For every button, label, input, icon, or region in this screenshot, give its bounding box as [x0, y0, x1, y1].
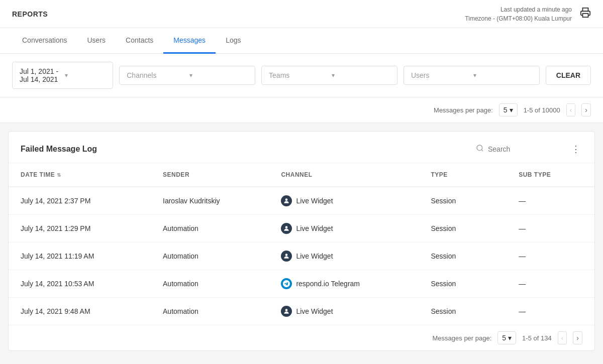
users-filter[interactable]: Users ▾: [404, 66, 540, 85]
table-row: July 14, 2021 11:19 AM Automation Live W…: [9, 242, 594, 270]
cell-type: Session: [419, 215, 507, 242]
more-options-icon[interactable]: ⋮: [569, 142, 582, 157]
svg-line-2: [481, 150, 483, 151]
search-icon: [476, 144, 484, 154]
tab-messages[interactable]: Messages: [163, 28, 216, 54]
col-datetime: DATE TIME ⇅: [9, 163, 151, 187]
cell-type: Session: [419, 298, 507, 325]
channel-icon: [281, 251, 292, 262]
channel-name: Live Widget: [296, 197, 333, 205]
clear-button[interactable]: CLEAR: [546, 66, 591, 85]
users-placeholder: Users: [411, 71, 469, 79]
tab-logs[interactable]: Logs: [216, 28, 251, 54]
svg-rect-0: [583, 14, 588, 17]
cell-type: Session: [419, 242, 507, 270]
tab-contacts[interactable]: Contacts: [116, 28, 163, 54]
app-header: REPORTS Last updated a minute ago Timezo…: [0, 0, 603, 28]
tab-conversations[interactable]: Conversations: [12, 28, 77, 54]
header-meta: Last updated a minute ago Timezone - (GM…: [465, 5, 572, 23]
channel-name: Live Widget: [296, 307, 333, 315]
date-range-filter[interactable]: Jul 1, 2021 - Jul 14, 2021 ▾: [12, 62, 113, 89]
last-updated: Last updated a minute ago: [465, 5, 572, 14]
svg-point-3: [285, 198, 288, 201]
svg-point-1: [477, 145, 482, 151]
datetime-sort-icon[interactable]: ⇅: [57, 172, 61, 178]
top-pagination-bar: Messages per page: 5 ▾ 1-5 of 10000 ‹ ›: [0, 97, 603, 123]
bottom-page-info: 1-5 of 134: [522, 334, 552, 342]
top-next-page-button[interactable]: ›: [581, 103, 591, 116]
cell-sender: Automation: [151, 298, 269, 325]
channel-name: Live Widget: [296, 224, 333, 232]
timezone: Timezone - (GMT+08:00) Kuala Lumpur: [465, 14, 572, 23]
search-box: [476, 144, 563, 154]
bottom-messages-per-page-label: Messages per page:: [433, 334, 492, 342]
cell-channel: Live Widget: [269, 215, 419, 242]
cell-datetime: July 14, 2021 1:29 PM: [9, 215, 151, 242]
col-channel: CHANNEL: [269, 163, 419, 187]
top-per-page-select[interactable]: 5 ▾: [499, 103, 518, 116]
channel-name: respond.io Telegram: [296, 280, 360, 288]
table-row: July 14, 2021 10:53 AM Automation respon…: [9, 270, 594, 298]
cell-subtype: —: [507, 270, 594, 298]
date-range-chevron-icon: ▾: [65, 72, 106, 79]
filters-bar: Jul 1, 2021 - Jul 14, 2021 ▾ Channels ▾ …: [0, 54, 603, 97]
top-messages-per-page-label: Messages per page:: [434, 106, 493, 114]
table-row: July 14, 2021 1:29 PM Automation Live Wi…: [9, 215, 594, 242]
cell-subtype: —: [507, 215, 594, 242]
header-right: Last updated a minute ago Timezone - (GM…: [465, 5, 591, 23]
failed-messages-table: DATE TIME ⇅ SENDER CHANNEL TYPE SUB TYPE…: [9, 163, 594, 325]
svg-point-5: [285, 254, 288, 256]
bottom-pagination-bar: Messages per page: 5 ▾ 1-5 of 134 ‹ ›: [9, 325, 594, 350]
channels-filter[interactable]: Channels ▾: [119, 66, 255, 85]
svg-point-6: [285, 309, 288, 311]
cell-sender: Automation: [151, 270, 269, 298]
table-row: July 14, 2021 9:48 AM Automation Live Wi…: [9, 298, 594, 325]
cell-sender: Iaroslav Kudritskiy: [151, 187, 269, 215]
cell-channel: Live Widget: [269, 187, 419, 215]
top-per-page-chevron-icon: ▾: [510, 106, 513, 114]
top-prev-page-button[interactable]: ‹: [566, 103, 576, 116]
bottom-per-page-value: 5: [502, 334, 506, 342]
app-title: REPORTS: [12, 10, 48, 18]
tab-users[interactable]: Users: [77, 28, 116, 54]
cell-channel: respond.io Telegram: [269, 270, 419, 298]
users-chevron-icon: ▾: [473, 72, 532, 79]
cell-datetime: July 14, 2021 10:53 AM: [9, 270, 151, 298]
teams-filter[interactable]: Teams ▾: [261, 66, 397, 85]
top-page-info: 1-5 of 10000: [524, 106, 560, 114]
bottom-prev-page-button[interactable]: ‹: [558, 331, 567, 344]
col-subtype: SUB TYPE: [507, 163, 594, 187]
col-type: TYPE: [419, 163, 507, 187]
cell-channel: Live Widget: [269, 242, 419, 270]
bottom-per-page-select[interactable]: 5 ▾: [497, 331, 516, 344]
cell-subtype: —: [507, 298, 594, 325]
table-header-row: DATE TIME ⇅ SENDER CHANNEL TYPE SUB TYPE: [9, 163, 594, 187]
cell-datetime: July 14, 2021 2:37 PM: [9, 187, 151, 215]
tabs-bar: Conversations Users Contacts Messages Lo…: [0, 28, 603, 54]
print-icon[interactable]: [580, 7, 591, 21]
cell-datetime: July 14, 2021 11:19 AM: [9, 242, 151, 270]
top-per-page-value: 5: [504, 106, 508, 114]
teams-placeholder: Teams: [269, 71, 327, 79]
date-range-value: Jul 1, 2021 - Jul 14, 2021: [20, 67, 61, 83]
failed-message-log-card: Failed Message Log ⋮: [8, 131, 595, 351]
card-title: Failed Message Log: [21, 145, 97, 154]
cell-datetime: July 14, 2021 9:48 AM: [9, 298, 151, 325]
card-header: Failed Message Log ⋮: [9, 132, 594, 163]
cell-type: Session: [419, 187, 507, 215]
channel-name: Live Widget: [296, 252, 333, 260]
channels-placeholder: Channels: [127, 71, 185, 79]
table-row: July 14, 2021 2:37 PM Iaroslav Kudritski…: [9, 187, 594, 215]
cell-sender: Automation: [151, 242, 269, 270]
channel-icon: [281, 306, 292, 317]
cell-sender: Automation: [151, 215, 269, 242]
main-content: Failed Message Log ⋮: [0, 123, 603, 359]
bottom-next-page-button[interactable]: ›: [573, 331, 582, 344]
channels-chevron-icon: ▾: [189, 72, 248, 79]
channel-icon: [281, 278, 292, 289]
cell-channel: Live Widget: [269, 298, 419, 325]
channel-icon: [281, 223, 292, 234]
search-input[interactable]: [488, 145, 563, 153]
channel-icon: [281, 195, 292, 206]
cell-subtype: —: [507, 242, 594, 270]
